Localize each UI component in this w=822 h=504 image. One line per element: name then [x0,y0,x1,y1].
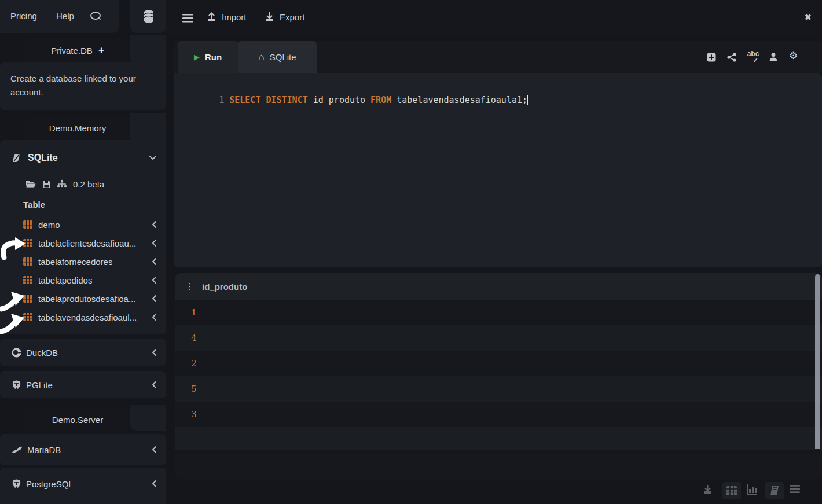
result-cell: 3 [191,409,197,420]
private-db-header[interactable]: Private.DB + [25,38,130,62]
gear-icon[interactable]: ⚙ [789,50,798,62]
save-icon[interactable] [42,180,51,189]
result-row: 2 [175,351,822,376]
editor-line: 1 SELECT DISTINCT id_produto FROM tabela… [188,84,528,116]
footer-download-icon[interactable] [703,485,713,495]
postgresql-panel: PostgreSQL [0,468,166,504]
import-button[interactable]: Import [207,12,247,22]
demo-server-header[interactable]: Demo.Server [25,409,130,431]
result-row: 3 [175,402,822,427]
demo-server-stub [130,405,166,431]
chevron-left-icon[interactable] [151,220,157,229]
home-icon: ⌂ [258,52,264,62]
text-cursor [527,95,528,105]
chevron-left-icon[interactable] [151,313,157,321]
user-icon[interactable] [769,52,778,62]
table-section-heading: Table [23,200,45,209]
result-cell: 2 [191,358,197,369]
pglite-elephant-icon [12,380,21,390]
table-label: tabelafornecedores [38,257,112,267]
annotation-arrow-clientes [0,230,28,260]
tab-sqlite-label: SQLite [270,52,296,62]
close-icon[interactable]: ✖ [804,12,812,23]
table-label: tabelavendasdesafioaul... [38,312,137,322]
tab-sqlite[interactable]: ⌂ SQLite [238,41,317,73]
sidebar-item-mariadb[interactable]: MariaDB [0,441,166,458]
chevron-left-icon[interactable] [151,239,157,247]
result-row: 4 [175,325,822,351]
chevron-left-icon[interactable] [151,348,157,356]
chat-icon[interactable] [90,11,102,21]
help-link[interactable]: Help [56,11,74,21]
private-db-panel: Create a database linked to your account… [0,62,166,110]
private-db-title: Private.DB [51,46,93,56]
table-label: tabelaclientesdesafioau... [38,238,136,248]
pglite-label: PGLite [26,380,53,390]
chevron-left-icon[interactable] [151,446,157,454]
sidebar-item-postgresql[interactable]: PostgreSQL [0,475,166,492]
duckdb-panel: DuckDB [0,339,166,366]
add-database-icon[interactable]: + [98,45,104,56]
sidebar-item-sqlite[interactable]: SQLite [0,149,166,167]
line-number: 1 [219,95,224,105]
table-label: tabelaprodutosdesafioa... [38,294,135,304]
spellcheck-icon[interactable]: abc ✓ [747,50,759,63]
result-cell: 5 [191,384,197,394]
notebook-icon [770,485,780,496]
chevron-left-icon[interactable] [151,257,157,266]
open-folder-icon[interactable] [25,180,36,189]
sql-identifier: id_produto [308,95,370,105]
postgresql-elephant-icon [12,479,21,489]
results-panel: ⋮ id_produto 1 4 2 5 3 [175,273,822,450]
sqlite-feather-icon [12,153,21,163]
results-header-row: ⋮ id_produto [175,273,822,300]
share-icon[interactable] [727,53,736,62]
engine-version: 0.2 beta [73,179,104,189]
add-tab-icon[interactable] [707,53,716,62]
database-icon[interactable] [143,10,155,24]
table-icon [23,276,32,284]
result-row: 1 [175,300,822,325]
sql-keyword: SELECT DISTINCT [229,95,307,105]
sqlite-label: SQLite [28,153,58,163]
tab-bar: ▶ Run ⌂ SQLite abc ✓ ⚙ [174,41,822,73]
column-menu-icon[interactable]: ⋮ [185,281,194,292]
demo-memory-title: Demo.Memory [49,123,106,133]
table-view-icon [726,486,737,495]
footer-notebook-chip[interactable] [765,482,784,499]
chevron-left-icon[interactable] [151,381,157,389]
table-label: demo [38,220,60,230]
export-button[interactable]: Export [265,12,304,22]
menu-hamburger-icon[interactable] [182,14,193,23]
footer-table-chip[interactable] [722,482,741,499]
mariadb-panel: MariaDB [0,434,166,465]
run-button[interactable]: ▶ Run [178,41,238,73]
sidebar-item-duckdb[interactable]: DuckDB [0,344,166,361]
sqlite-actions-row: 0.2 beta [0,176,166,192]
chevron-left-icon[interactable] [151,295,157,303]
mariadb-seal-icon [12,446,23,454]
sql-keyword: FROM [370,95,391,105]
spellcheck-check: ✓ [751,57,759,63]
app-window: Pricing Help Create a database linked to… [0,0,822,504]
chart-view-icon[interactable] [747,484,758,495]
run-label: Run [205,52,222,62]
duckdb-label: DuckDB [26,348,58,358]
top-nav-box: Pricing Help [0,0,119,33]
demo-memory-header[interactable]: Demo.Memory [25,117,130,139]
sql-editor[interactable]: 1 SELECT DISTINCT id_produto FROM tabela… [174,73,822,267]
mariadb-label: MariaDB [27,445,61,455]
list-view-icon[interactable] [790,485,800,493]
duckdb-icon [12,348,21,358]
chevron-down-icon[interactable] [149,155,157,161]
export-label: Export [280,12,304,22]
demo-server-title: Demo.Server [52,415,103,425]
chevron-left-icon[interactable] [151,480,157,488]
results-scrollbar[interactable] [815,274,820,449]
download-icon [265,12,274,22]
database-box [130,0,166,33]
pricing-link[interactable]: Pricing [10,11,37,21]
sidebar-item-pglite[interactable]: PGLite [0,376,166,393]
schema-sitemap-icon[interactable] [57,179,67,189]
chevron-left-icon[interactable] [151,276,157,284]
